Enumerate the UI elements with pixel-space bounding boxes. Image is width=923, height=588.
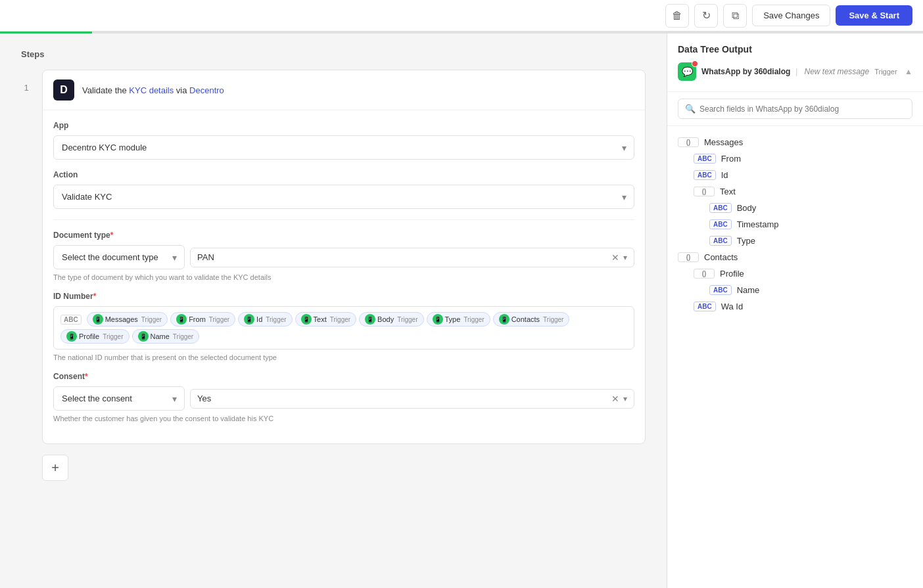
app-section: App Decentro KYC module bbox=[53, 121, 634, 160]
tree-tag-text: () bbox=[694, 187, 715, 196]
consent-hint: Whether the customer has given you the c… bbox=[53, 415, 634, 422]
save-changes-button[interactable]: Save Changes bbox=[752, 5, 830, 26]
tag-profile-icon: 📱 bbox=[66, 331, 77, 342]
tree-label-body: Body bbox=[737, 203, 757, 213]
tag-name-icon: 📱 bbox=[138, 331, 149, 342]
tree-tag-type: ABC bbox=[709, 236, 732, 246]
abc-label: ABC bbox=[60, 315, 82, 325]
action-select[interactable]: Validate KYC bbox=[53, 185, 634, 209]
consent-value-input[interactable] bbox=[197, 394, 607, 403]
tree-label-messages: Messages bbox=[704, 137, 743, 147]
tag-name-trigger: Trigger bbox=[173, 333, 193, 340]
data-tree-trigger-row: 💬 WhatsApp by 360dialog | New text messa… bbox=[678, 62, 912, 81]
id-number-label: ID Number* bbox=[53, 292, 634, 301]
tag-messages[interactable]: 📱 Messages Trigger bbox=[87, 312, 168, 327]
tag-from[interactable]: 📱 From Trigger bbox=[170, 312, 235, 327]
tree-item-text: () Text bbox=[678, 183, 912, 200]
decentro-link[interactable]: Decentro bbox=[189, 85, 224, 95]
app-select[interactable]: Decentro KYC module bbox=[53, 135, 634, 160]
app-label: App bbox=[53, 121, 634, 130]
save-start-button[interactable]: Save & Start bbox=[836, 5, 912, 26]
id-number-section: ID Number* ABC 📱 Messages Trigger � bbox=[53, 292, 634, 361]
action-label: Action bbox=[53, 170, 634, 179]
tag-contacts-label: Contacts bbox=[511, 315, 540, 323]
tag-profile[interactable]: 📱 Profile Trigger bbox=[60, 329, 130, 344]
tag-text[interactable]: 📱 Text Trigger bbox=[295, 312, 357, 327]
tag-profile-label: Profile bbox=[79, 332, 99, 340]
tree-tag-name: ABC bbox=[709, 285, 732, 295]
trigger-app-icon: 💬 bbox=[678, 62, 696, 81]
progress-fill bbox=[0, 32, 92, 34]
search-input[interactable] bbox=[699, 104, 905, 114]
tree-tag-wa-id: ABC bbox=[694, 302, 716, 311]
tag-messages-trigger: Trigger bbox=[141, 316, 162, 323]
tree-tag-profile: () bbox=[694, 269, 715, 279]
tree-label-id: Id bbox=[721, 170, 728, 180]
data-tree-search: 🔍 bbox=[667, 92, 923, 126]
progress-bar bbox=[0, 32, 923, 34]
clear-icon[interactable]: ✕ bbox=[611, 252, 619, 263]
tree-label-text: Text bbox=[720, 187, 736, 196]
tag-text-icon: 📱 bbox=[301, 314, 312, 325]
delete-button[interactable]: 🗑 bbox=[665, 4, 689, 28]
tag-body[interactable]: 📱 Body Trigger bbox=[359, 312, 423, 327]
app-select-wrapper: Decentro KYC module bbox=[53, 135, 634, 160]
trigger-event-label: New text message bbox=[804, 67, 869, 76]
doc-type-label: Document type* bbox=[53, 231, 634, 240]
doc-type-value-input[interactable] bbox=[197, 252, 607, 262]
tree-item-wa-id: ABC Wa Id bbox=[678, 298, 912, 315]
tag-id-label: Id bbox=[256, 315, 262, 323]
tag-contacts[interactable]: 📱 Contacts Trigger bbox=[493, 312, 570, 327]
tag-name[interactable]: 📱 Name Trigger bbox=[132, 329, 200, 344]
main-layout: Steps 1 D Validate the KYC details via D… bbox=[0, 34, 923, 588]
consent-expand-icon[interactable]: ▾ bbox=[623, 394, 627, 403]
doc-type-select-wrap: Select the document type bbox=[53, 245, 185, 269]
tag-id[interactable]: 📱 Id Trigger bbox=[238, 312, 293, 327]
action-select-wrapper: Validate KYC bbox=[53, 185, 634, 209]
data-tree-panel: Data Tree Output 💬 WhatsApp by 360dialog… bbox=[667, 34, 923, 588]
copy-button[interactable]: ⧉ bbox=[723, 4, 747, 28]
id-number-hint: The national ID number that is present o… bbox=[53, 353, 634, 361]
data-tree-header: Data Tree Output 💬 WhatsApp by 360dialog… bbox=[667, 34, 923, 92]
tag-body-trigger: Trigger bbox=[397, 316, 417, 323]
step-number: 1 bbox=[21, 70, 32, 93]
tree-item-messages: () Messages bbox=[678, 134, 912, 150]
tree-item-profile: () Profile bbox=[678, 265, 912, 282]
trigger-app-name: WhatsApp by 360dialog bbox=[701, 67, 790, 76]
required-marker-3: * bbox=[85, 372, 88, 381]
action-section: Action Validate KYC bbox=[53, 170, 634, 209]
doc-type-select[interactable]: Select the document type bbox=[53, 245, 185, 269]
expand-icon[interactable]: ▾ bbox=[623, 253, 627, 262]
collapse-trigger-icon[interactable]: ▲ bbox=[905, 67, 912, 76]
header-mid: via bbox=[174, 85, 189, 95]
step-body: App Decentro KYC module Action Validat bbox=[43, 110, 645, 443]
tree-label-wa-id: Wa Id bbox=[721, 302, 743, 311]
consent-clear-icon[interactable]: ✕ bbox=[611, 394, 619, 404]
steps-panel: Steps 1 D Validate the KYC details via D… bbox=[0, 34, 667, 588]
trigger-badge bbox=[692, 60, 698, 67]
tag-type-label: Type bbox=[445, 315, 461, 323]
refresh-button[interactable]: ↻ bbox=[694, 4, 718, 28]
tag-body-label: Body bbox=[377, 315, 394, 323]
tree-item-from: ABC From bbox=[678, 150, 912, 167]
trigger-type-label: Trigger bbox=[874, 68, 897, 76]
tree-item-name: ABC Name bbox=[678, 282, 912, 298]
tag-type[interactable]: 📱 Type Trigger bbox=[427, 312, 490, 327]
section-divider-1 bbox=[53, 219, 634, 220]
id-number-tags-input[interactable]: ABC 📱 Messages Trigger 📱 From Trigger bbox=[53, 306, 634, 350]
tag-from-icon: 📱 bbox=[176, 314, 187, 325]
data-tree-title: Data Tree Output bbox=[678, 44, 912, 55]
kyc-details-link[interactable]: KYC details bbox=[129, 85, 174, 95]
consent-select[interactable]: Select the consent bbox=[53, 386, 185, 411]
consent-row: Select the consent ✕ ▾ bbox=[53, 386, 634, 411]
add-step-button[interactable]: + bbox=[42, 455, 68, 481]
tree-item-body: ABC Body bbox=[678, 200, 912, 216]
tree-label-contacts: Contacts bbox=[704, 252, 738, 262]
consent-select-wrap: Select the consent bbox=[53, 386, 185, 411]
data-tree-items: () Messages ABC From ABC Id () Text ABC … bbox=[667, 126, 923, 588]
tag-contacts-icon: 📱 bbox=[499, 314, 509, 325]
toolbar: 🗑 ↻ ⧉ Save Changes Save & Start bbox=[0, 0, 923, 32]
tag-type-trigger: Trigger bbox=[463, 316, 484, 323]
tag-id-trigger: Trigger bbox=[266, 316, 286, 323]
step-header: D Validate the KYC details via Decentro bbox=[43, 70, 645, 110]
